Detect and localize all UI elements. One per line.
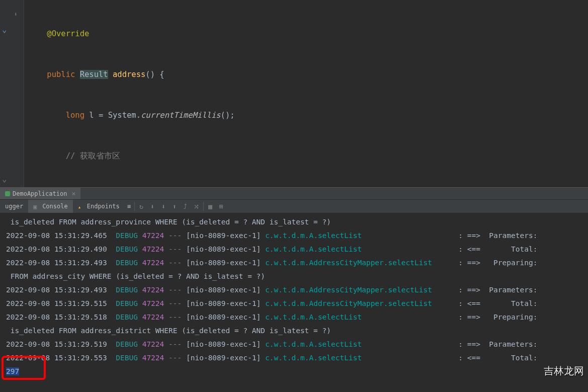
fold-icon[interactable]: ⌄ <box>2 174 7 184</box>
watermark: 吉林龙网 <box>544 364 584 378</box>
log-line: is_deleted FROM address_district WHERE (… <box>6 324 582 338</box>
console-output[interactable]: is_deleted FROM address_province WHERE (… <box>0 213 588 380</box>
tab-endpoints[interactable]: Endpoints <box>73 200 125 213</box>
endpoints-icon <box>78 203 85 210</box>
up-button[interactable]: ⬆ <box>169 201 180 212</box>
import-button[interactable]: ⬇ <box>158 201 169 212</box>
highlighted-value: 297 <box>6 365 582 378</box>
layout-button[interactable]: ▦ <box>205 201 216 212</box>
annotation: @Override <box>47 29 89 38</box>
divider <box>134 202 135 211</box>
grid-button[interactable]: ⊞ <box>216 201 227 212</box>
log-line: 2022-09-08 15:31:29.515 DEBUG 47224 --- … <box>6 297 582 310</box>
comment: // 获取省市区 <box>66 151 120 161</box>
log-line: FROM address_city WHERE (is_deleted = ? … <box>6 270 582 283</box>
run-status-icon <box>5 191 10 196</box>
method-name: address <box>113 70 145 79</box>
log-line: is_deleted FROM address_province WHERE (… <box>6 215 582 229</box>
log-line: 2022-09-08 15:31:29.465 DEBUG 47224 --- … <box>6 229 582 243</box>
log-line: 2022-09-08 15:31:29.493 DEBUG 47224 --- … <box>6 256 582 270</box>
divider <box>203 202 204 211</box>
code-editor[interactable]: ⬇ ⌄ ⌄ @Override public Result address() … <box>0 0 588 187</box>
rerun-button[interactable]: ↻ <box>136 201 147 212</box>
log-line: 2022-09-08 15:31:29.519 DEBUG 47224 --- … <box>6 338 582 351</box>
log-line: 2022-09-08 15:31:29.493 DEBUG 47224 --- … <box>6 283 582 297</box>
editor-gutter: ⬇ ⌄ ⌄ <box>0 0 24 187</box>
tab-more[interactable]: ≡ <box>125 200 133 213</box>
debug-toolbar: ugger Console Endpoints ≡ ↻ ⬇ ⬇ ⬆ ⤴ ⤭ ▦ … <box>0 200 588 213</box>
swap-button[interactable]: ⤭ <box>191 201 202 212</box>
console-icon <box>33 203 40 210</box>
run-config-name: DemoApplication <box>13 190 67 197</box>
tab-console[interactable]: Console <box>28 200 73 213</box>
close-icon[interactable]: × <box>71 190 75 197</box>
run-tab-bar: DemoApplication × <box>0 188 588 200</box>
log-line: 2022-09-08 15:31:29.553 DEBUG 47224 --- … <box>6 351 582 365</box>
run-tab[interactable]: DemoApplication × <box>0 188 80 199</box>
override-gutter-icon[interactable]: ⬇ <box>14 11 18 18</box>
log-line: 2022-09-08 15:31:29.490 DEBUG 47224 --- … <box>6 243 582 256</box>
tab-debugger[interactable]: ugger <box>0 200 28 213</box>
log-line: 2022-09-08 15:31:29.518 DEBUG 47224 --- … <box>6 310 582 324</box>
exit-button[interactable]: ⤴ <box>180 201 191 212</box>
code-content[interactable]: @Override public Result address() { long… <box>24 0 588 187</box>
fold-icon[interactable]: ⌄ <box>2 25 7 34</box>
export-button[interactable]: ⬇ <box>147 201 158 212</box>
debug-panel: DemoApplication × ugger Console Endpoint… <box>0 187 588 392</box>
